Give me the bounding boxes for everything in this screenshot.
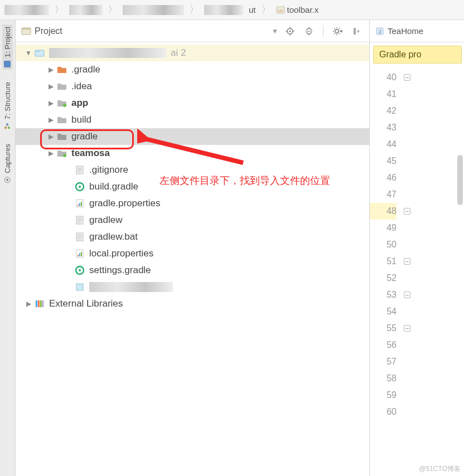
editor-tab[interactable]: J TeaHome <box>370 20 464 42</box>
line-number[interactable]: 49 <box>370 220 397 236</box>
tree-item-gradlew-bat[interactable]: ▶ gradlew.bat <box>16 229 369 245</box>
tree-item-local-properties[interactable]: ▶ local.properties <box>16 245 369 262</box>
fold-marker[interactable] <box>402 203 412 220</box>
tree-label: local.properties <box>89 248 153 259</box>
settings-button[interactable]: ▾ <box>330 24 345 38</box>
tree-item-gradle-properties[interactable]: ▶ gradle.properties <box>16 195 369 212</box>
tree-item-app[interactable]: ▶ app <box>16 95 369 111</box>
tree-item-teamosa[interactable]: ▶ teamosa <box>16 145 369 162</box>
watermark: @51CTO博客 <box>419 464 461 474</box>
fold-marker[interactable] <box>402 303 412 320</box>
fold-marker[interactable] <box>402 86 412 103</box>
module-folder-icon <box>57 148 67 158</box>
fold-marker[interactable] <box>402 220 412 236</box>
expand-toggle[interactable]: ▼ <box>25 49 32 57</box>
line-number[interactable]: 50 <box>370 236 397 253</box>
tree-item-settings-gradle[interactable]: ▶ settings.gradle <box>16 262 369 279</box>
line-number[interactable]: 48 <box>370 203 397 220</box>
line-number[interactable]: 53 <box>370 286 397 303</box>
tree-item-gradle-folder[interactable]: ▶ gradle <box>16 128 369 145</box>
expand-toggle[interactable]: ▶ <box>25 300 32 308</box>
svg-rect-53 <box>38 300 40 307</box>
project-panel-title[interactable]: Project ▼ <box>21 26 278 36</box>
line-number[interactable]: 51 <box>370 253 397 270</box>
breadcrumb-file[interactable]: </> toolbar.x <box>276 5 319 14</box>
breadcrumb-separator: 〉 <box>262 4 270 16</box>
line-number[interactable]: 46 <box>370 169 397 186</box>
tree-item-gradlew[interactable]: ▶ gradlew <box>16 212 369 229</box>
scrollbar-thumb[interactable] <box>457 155 463 205</box>
minimize-icon <box>352 27 361 36</box>
fold-marker[interactable] <box>402 103 412 119</box>
dropdown-icon[interactable]: ▼ <box>272 27 278 35</box>
expand-toggle[interactable]: ▶ <box>47 82 55 90</box>
fold-marker[interactable] <box>402 119 412 136</box>
fold-marker[interactable] <box>402 69 412 86</box>
line-number[interactable]: 40 <box>370 69 397 86</box>
side-tab-structure[interactable]: 7: Structure <box>2 80 13 132</box>
fold-marker[interactable] <box>402 404 412 420</box>
expand-toggle[interactable]: ▶ <box>47 99 55 107</box>
line-number[interactable]: 43 <box>370 119 397 136</box>
tree-item-build[interactable]: ▶ build <box>16 111 369 128</box>
side-tab-captures[interactable]: Captures <box>2 142 13 186</box>
line-number[interactable]: 41 <box>370 86 397 103</box>
line-number[interactable]: 47 <box>370 186 397 203</box>
breadcrumb-segment[interactable]: ut <box>249 5 256 14</box>
fold-marker[interactable] <box>402 370 412 387</box>
line-number[interactable]: 59 <box>370 387 397 404</box>
tree-item-idea[interactable]: ▶ .idea <box>16 78 369 95</box>
fold-marker[interactable] <box>402 253 412 270</box>
tree-label: teamosa <box>71 148 110 159</box>
line-number[interactable]: 60 <box>370 404 397 420</box>
fold-marker[interactable] <box>402 286 412 303</box>
gradle-file-icon <box>75 182 85 192</box>
expand-toggle[interactable]: ▶ <box>47 149 55 157</box>
project-tree[interactable]: ▼ ai 2 ▶ .gradle ▶ .idea ▶ <box>16 42 369 476</box>
tree-item-gitignore[interactable]: ▶ .gitignore <box>16 162 369 178</box>
svg-point-13 <box>335 30 339 33</box>
side-tab-label: 7: Structure <box>3 82 12 119</box>
expand-toggle[interactable]: ▶ <box>47 66 55 74</box>
editor-gutter[interactable]: 4041424344454647484950515253545556575859… <box>370 66 464 476</box>
fold-marker[interactable] <box>402 387 412 404</box>
gradle-sync-banner[interactable]: Gradle pro <box>373 46 462 64</box>
fold-marker[interactable] <box>402 353 412 370</box>
expand-toggle[interactable]: ▶ <box>47 133 55 140</box>
fold-marker[interactable] <box>402 320 412 337</box>
collapse-all-button[interactable] <box>302 24 316 38</box>
hide-button[interactable] <box>349 24 364 38</box>
side-tab-project[interactable]: 1: Project <box>2 25 13 70</box>
fold-marker[interactable] <box>402 136 412 153</box>
svg-text:</>: </> <box>277 8 284 13</box>
breadcrumb-label: ut <box>249 5 256 14</box>
tree-label: .idea <box>71 81 92 92</box>
fold-marker[interactable] <box>402 337 412 353</box>
fold-marker[interactable] <box>402 236 412 253</box>
line-number[interactable]: 54 <box>370 303 397 320</box>
tree-item-blur[interactable]: ▶ <box>16 279 369 295</box>
expand-toggle[interactable]: ▶ <box>47 116 55 124</box>
target-icon <box>286 27 294 36</box>
line-number[interactable]: 58 <box>370 370 397 387</box>
tree-item-external-libraries[interactable]: ▶ External Libraries <box>16 295 369 312</box>
fold-marker[interactable] <box>402 153 412 169</box>
fold-marker[interactable] <box>402 270 412 286</box>
tree-item-gradle-cache[interactable]: ▶ .gradle <box>16 61 369 78</box>
tree-root[interactable]: ▼ ai 2 <box>16 45 369 61</box>
folder-icon <box>57 132 67 142</box>
fold-marker[interactable] <box>402 186 412 203</box>
line-number[interactable]: 45 <box>370 153 397 169</box>
tree-label: gradlew <box>89 215 123 226</box>
line-number[interactable]: 55 <box>370 320 397 337</box>
line-number[interactable]: 52 <box>370 270 397 286</box>
line-number[interactable]: 57 <box>370 353 397 370</box>
line-number[interactable]: 42 <box>370 103 397 119</box>
fold-marker[interactable] <box>402 169 412 186</box>
svg-point-11 <box>289 30 291 32</box>
line-number[interactable]: 56 <box>370 337 397 353</box>
locate-button[interactable] <box>283 24 297 38</box>
tree-item-build-gradle[interactable]: ▶ build.gradle <box>16 178 369 195</box>
folder-icon <box>57 115 67 125</box>
line-number[interactable]: 44 <box>370 136 397 153</box>
